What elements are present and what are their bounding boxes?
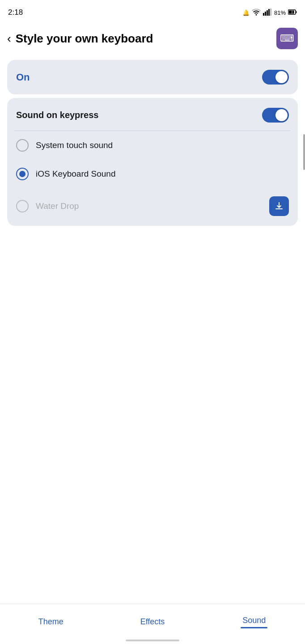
svg-rect-0 — [263, 13, 264, 16]
battery-icon — [288, 9, 297, 17]
nav-label-effects: Effects — [140, 617, 165, 627]
nav-item-theme[interactable]: Theme — [0, 604, 102, 644]
ios-sound-radio[interactable] — [16, 168, 29, 180]
nav-item-effects[interactable]: Effects — [102, 604, 203, 644]
system-sound-label: System touch sound — [36, 140, 289, 150]
nav-label-sound: Sound — [242, 616, 266, 625]
keyboard-icon: ⌨ — [280, 33, 294, 44]
svg-rect-7 — [289, 10, 294, 13]
waterdrop-sound-radio[interactable] — [16, 200, 29, 212]
alarm-icon: 🔔 — [242, 9, 250, 16]
on-toggle-slider — [262, 70, 289, 85]
on-toggle-card: On — [7, 60, 298, 94]
svg-rect-4 — [270, 8, 271, 16]
back-button[interactable]: ‹ — [7, 32, 11, 46]
page-title: Style your own keyboard — [16, 32, 153, 46]
svg-rect-3 — [268, 9, 270, 16]
sound-active-indicator — [241, 627, 267, 628]
bottom-nav: Theme Effects Sound — [0, 604, 305, 644]
nav-label-theme: Theme — [38, 617, 64, 627]
scroll-track[interactable] — [303, 134, 305, 358]
download-button[interactable] — [269, 196, 289, 216]
ios-sound-option[interactable]: iOS Keyboard Sound — [7, 160, 298, 188]
status-time: 2:18 — [8, 8, 23, 17]
on-label: On — [16, 72, 30, 83]
content-area — [0, 229, 305, 498]
svg-rect-6 — [296, 11, 297, 13]
sound-keypress-slider — [262, 108, 289, 123]
signal-icon — [263, 8, 272, 17]
status-icons: 🔔 81% — [242, 8, 297, 17]
waterdrop-sound-option[interactable]: Water Drop — [7, 188, 298, 224]
system-sound-radio[interactable] — [16, 139, 29, 152]
header: ‹ Style your own keyboard ⌨ — [0, 23, 305, 56]
scroll-thumb — [303, 134, 305, 170]
system-sound-option[interactable]: System touch sound — [7, 131, 298, 160]
sound-keypress-toggle[interactable] — [262, 108, 289, 123]
keyboard-icon-button[interactable]: ⌨ — [276, 28, 298, 49]
nav-item-sound[interactable]: Sound — [203, 604, 305, 644]
status-bar: 2:18 🔔 81% — [0, 0, 305, 23]
svg-rect-2 — [267, 10, 268, 16]
waterdrop-sound-label: Water Drop — [36, 201, 262, 211]
sound-on-keypress-label: Sound on keypress — [16, 110, 99, 120]
wifi-icon — [252, 8, 261, 17]
sound-card: Sound on keypress System touch sound iOS… — [7, 98, 298, 226]
battery-percent: 81% — [274, 9, 286, 16]
download-icon — [275, 202, 284, 211]
svg-rect-1 — [265, 12, 266, 16]
home-indicator — [126, 640, 179, 641]
ios-sound-label: iOS Keyboard Sound — [36, 169, 289, 179]
on-toggle-switch[interactable] — [262, 70, 289, 85]
